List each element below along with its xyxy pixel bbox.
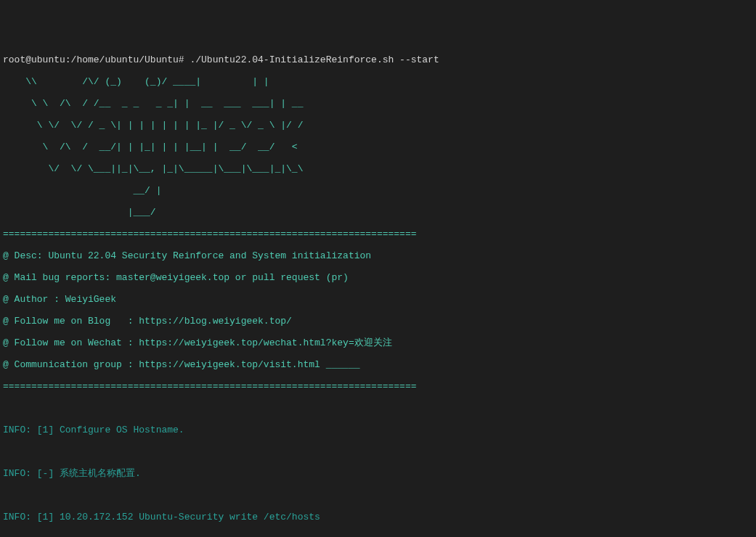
- header-desc: @ Desc: Ubuntu 22.04 Security Reinforce …: [3, 250, 753, 261]
- info-line: INFO: [-] 系统主机名称配置.: [3, 468, 753, 479]
- ascii-art-line: __/ |: [3, 185, 753, 196]
- command-prompt: root@ubuntu:/home/ubuntu/Ubuntu# ./Ubunt…: [3, 54, 753, 65]
- header-author: @ Author : WeiyiGeek: [3, 294, 753, 305]
- terminal-output: root@ubuntu:/home/ubuntu/Ubuntu# ./Ubunt…: [0, 44, 756, 537]
- ascii-art-line: \\ /\/ (_) (_)/ ____| | |: [3, 76, 753, 87]
- header-blog: @ Follow me on Blog : https://blog.weiyi…: [3, 316, 753, 327]
- header-mail: @ Mail bug reports: master@weiyigeek.top…: [3, 272, 753, 283]
- info-line: INFO: [1] Configure OS Hostname.: [3, 425, 753, 435]
- ascii-art-line: \ /\ / __/| | |_| | | |__| | __/ __/ <: [3, 142, 753, 152]
- info-line: INFO: [1] 10.20.172.152 Ubuntu-Security …: [3, 512, 753, 522]
- ascii-art-line: \ \ /\ / /__ _ _ _ _| | __ ___ ___| | __: [3, 98, 753, 109]
- header-comm: @ Communication group : https://weiyigee…: [3, 359, 753, 370]
- ascii-art-line: \/ \/ \___||_|\__, |_|\_____|\___|\___|_…: [3, 163, 753, 174]
- separator-line: ========================================…: [3, 229, 753, 239]
- separator-line: ========================================…: [3, 381, 753, 392]
- ascii-art-line: |___/: [3, 207, 753, 218]
- ascii-art-line: \ \/ \/ / _ \| | | | | | | |_ |/ _ \/ _ …: [3, 120, 753, 131]
- header-wechat: @ Follow me on Wechat : https://weiyigee…: [3, 337, 753, 348]
